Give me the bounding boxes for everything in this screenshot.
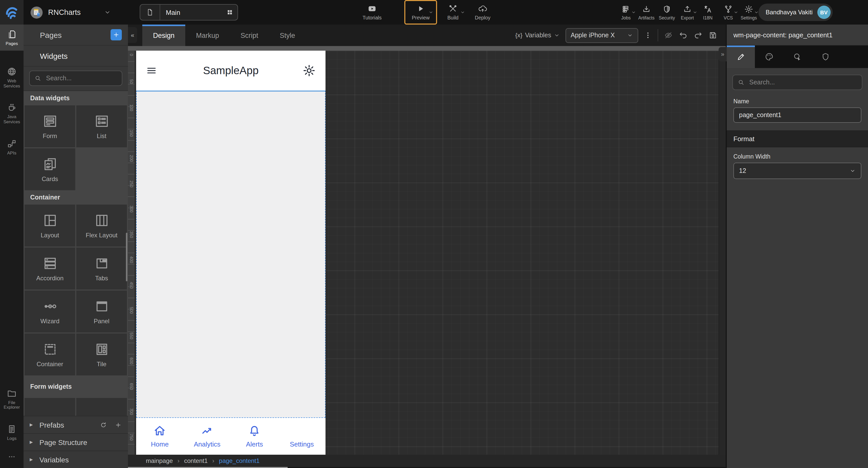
topbar-action-preview[interactable]: Preview bbox=[405, 1, 436, 24]
app-tab-alerts[interactable]: Alerts bbox=[231, 418, 278, 455]
page-content-selected[interactable] bbox=[136, 91, 326, 418]
panel-section-page-structure[interactable]: ▶Page Structure bbox=[24, 433, 128, 450]
chevron-down-icon bbox=[692, 10, 698, 15]
topbar-menu-i18n[interactable]: I18N bbox=[698, 1, 718, 24]
topbar-menu-artifacts[interactable]: Artifacts bbox=[636, 1, 657, 24]
device-selector[interactable]: Apple iPhone X bbox=[565, 28, 638, 43]
toolbar-divider bbox=[658, 29, 658, 41]
chevron-down-icon[interactable] bbox=[104, 9, 111, 16]
widget-tile-container[interactable]: Container bbox=[25, 333, 75, 375]
topbar-menu-label: Security bbox=[659, 15, 675, 20]
topbar-action-deploy[interactable]: Deploy bbox=[468, 1, 497, 24]
sidebar-item-web-services[interactable]: Web Services bbox=[0, 62, 24, 93]
container-widget-icon bbox=[42, 341, 58, 357]
plus-icon[interactable] bbox=[115, 421, 122, 428]
properties-search-input[interactable] bbox=[748, 78, 857, 87]
design-canvas[interactable]: 0501001502002503003504004505005506006507… bbox=[128, 46, 726, 468]
ruler-label: 500 bbox=[129, 307, 133, 314]
hamburger-menu-icon[interactable] bbox=[146, 65, 157, 76]
widget-tile-layout[interactable]: Layout bbox=[25, 205, 75, 246]
wavemaker-logo[interactable] bbox=[0, 0, 24, 25]
topbar-action-tutorials[interactable]: Tutorials bbox=[357, 1, 387, 24]
properties-tab-security-shield[interactable] bbox=[811, 45, 839, 68]
ruler-label: 550 bbox=[129, 332, 133, 339]
widgets-section-header[interactable]: Widgets bbox=[24, 45, 128, 66]
tab-markup[interactable]: Markup bbox=[185, 25, 230, 46]
variables-menu[interactable]: {x} Variables bbox=[516, 32, 560, 39]
panel-section-variables[interactable]: ▶Variables bbox=[24, 450, 128, 468]
refresh-icon[interactable] bbox=[100, 421, 107, 428]
alerts-icon bbox=[248, 424, 261, 437]
kebab-menu-icon[interactable] bbox=[644, 31, 652, 39]
topbar-action-build[interactable]: Build bbox=[438, 1, 468, 24]
gear-icon[interactable] bbox=[303, 64, 316, 77]
ruler-label: 650 bbox=[129, 383, 133, 390]
undo-icon[interactable] bbox=[679, 31, 688, 40]
widget-tile-form[interactable]: Form bbox=[25, 105, 75, 147]
widget-tile-accordion[interactable]: Accordion bbox=[25, 247, 75, 290]
widget-tile-flex-layout[interactable]: Flex Layout bbox=[76, 205, 127, 246]
widget-tile-cards[interactable]: Cards bbox=[25, 148, 75, 190]
app-tab-analytics[interactable]: Analytics bbox=[184, 418, 231, 455]
sidebar-item-logs[interactable]: Logs bbox=[0, 420, 24, 445]
properties-tab-properties-pencil[interactable] bbox=[727, 45, 755, 68]
canvas-vertical-scrollbar[interactable] bbox=[718, 51, 726, 455]
widget-tile-panel[interactable]: Panel bbox=[76, 291, 127, 332]
project-switcher[interactable]: RNCharts bbox=[30, 0, 111, 25]
canvas-horizontal-scrollbar[interactable] bbox=[128, 467, 726, 468]
breadcrumb-item-page_content1[interactable]: page_content1 bbox=[219, 457, 260, 464]
breadcrumb-item-content1[interactable]: content1 bbox=[184, 457, 208, 464]
phone-preview[interactable]: SampleApp HomeAnalyticsAlertsSettings bbox=[136, 51, 326, 455]
widget-tile[interactable] bbox=[25, 398, 75, 416]
topbar-menu-export[interactable]: Export bbox=[677, 1, 698, 24]
tab-style[interactable]: Style bbox=[269, 25, 306, 46]
column-width-select[interactable]: 12 bbox=[734, 163, 861, 179]
chevron-down-icon bbox=[30, 53, 35, 59]
widget-tile[interactable] bbox=[76, 398, 127, 416]
widget-tile-tabs[interactable]: Tabs bbox=[76, 247, 127, 290]
app-navbar[interactable]: SampleApp bbox=[136, 51, 326, 91]
pages-section-label: Pages bbox=[40, 30, 62, 39]
sidebar-item-apis[interactable]: APIs bbox=[0, 134, 24, 160]
user-menu[interactable]: Bandhavya Vakiti BV bbox=[758, 4, 833, 21]
collapse-right-panel-button[interactable]: » bbox=[718, 47, 727, 61]
properties-tab-styles-palette[interactable] bbox=[755, 45, 783, 68]
home-icon bbox=[153, 424, 166, 437]
rtab-filler bbox=[839, 45, 868, 68]
pages-section-header[interactable]: Pages bbox=[24, 25, 128, 45]
sidebar-item-file-explorer[interactable]: File Explorer bbox=[0, 383, 24, 414]
scrollbar-thumb[interactable] bbox=[128, 467, 288, 468]
topbar-menu-settings[interactable]: Settings bbox=[739, 1, 759, 24]
widget-tile-wizard[interactable]: Wizard bbox=[25, 291, 75, 332]
app-tab-home[interactable]: Home bbox=[136, 418, 184, 455]
rail-more-button[interactable] bbox=[0, 453, 24, 461]
topbar-menu-jobs[interactable]: Jobs bbox=[616, 1, 636, 24]
widget-tile-tile[interactable]: Tile bbox=[76, 333, 127, 375]
topbar-menu-vcs[interactable]: VCS bbox=[718, 1, 739, 24]
format-section-header: Format bbox=[727, 130, 868, 147]
widget-tile-list[interactable]: List bbox=[76, 105, 127, 147]
page-selector[interactable]: Main bbox=[140, 4, 238, 21]
panel-section-prefabs[interactable]: ▶Prefabs bbox=[24, 416, 128, 433]
web-services-icon bbox=[7, 66, 17, 77]
widget-group-header: Form widgets bbox=[24, 375, 128, 398]
add-page-button[interactable] bbox=[111, 29, 122, 40]
properties-tab-events-cursor[interactable] bbox=[783, 45, 811, 68]
tab-script[interactable]: Script bbox=[230, 25, 269, 46]
save-icon[interactable] bbox=[708, 31, 717, 40]
breadcrumb-item-mainpage[interactable]: mainpage bbox=[146, 457, 173, 464]
name-field[interactable] bbox=[734, 107, 861, 123]
hide-widgets-icon[interactable] bbox=[664, 31, 673, 40]
collapse-left-panel-button[interactable]: « bbox=[128, 27, 137, 43]
widget-search-input[interactable] bbox=[45, 74, 117, 82]
app-tab-settings[interactable]: Settings bbox=[278, 418, 326, 455]
panel-scrollbar[interactable] bbox=[126, 233, 127, 281]
topbar-menu-security[interactable]: Security bbox=[657, 1, 677, 24]
grid-icon[interactable] bbox=[226, 9, 234, 16]
preview-highlight-box: Preview bbox=[404, 0, 437, 25]
redo-icon[interactable] bbox=[693, 31, 703, 40]
tab-design[interactable]: Design bbox=[142, 25, 185, 46]
project-avatar-icon bbox=[30, 5, 43, 19]
sidebar-item-java-services[interactable]: Java Services bbox=[0, 98, 24, 129]
sidebar-item-pages[interactable]: Pages bbox=[0, 25, 24, 51]
